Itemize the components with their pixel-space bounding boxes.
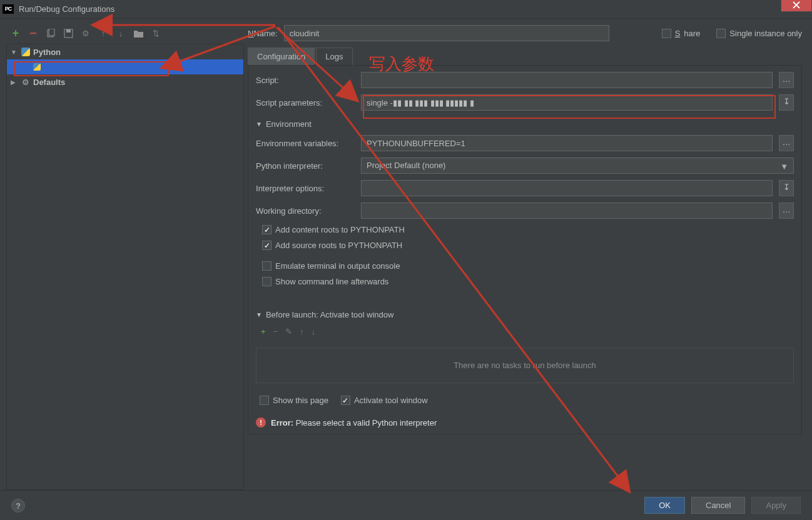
checkbox-icon [262,241,272,250]
tasks-empty: There are no tasks to run before launch [256,348,794,383]
row-env-vars: Environment variables: … [256,135,794,151]
folder-icon[interactable] [133,28,144,39]
error-row: ! Error: Please select a valid Python in… [256,411,794,428]
add-task-icon[interactable]: + [261,327,266,336]
move-down-icon[interactable]: ↓ [115,28,126,39]
interpreter-label: Python interpreter: [256,161,355,171]
activate-tool-window-checkbox[interactable]: Activate tool window [341,396,428,405]
name-label: NName: [248,29,278,38]
tree-label: Defaults [33,78,65,87]
env-vars-input[interactable] [361,135,773,151]
titlebar: PC Run/Debug Configurations [0,0,812,19]
sidebar: + − ⚙ ↑ ↓ ⇅ ▼ Python ▶ Defaul [6,25,244,490]
browse-script-button[interactable]: … [779,72,794,88]
single-instance-checkbox[interactable]: Single instance only [716,29,802,38]
row-workdir: Working directory: … [256,202,794,219]
row-script: Script: … [256,72,794,88]
move-up-icon[interactable]: ↑ [300,327,304,336]
checkbox-icon [262,277,272,286]
browse-env-button[interactable]: … [779,135,794,151]
add-config-icon[interactable]: + [10,28,21,39]
workdir-input[interactable] [361,202,773,219]
tree-node-selected[interactable] [7,59,243,74]
script-input[interactable] [361,72,773,88]
browse-workdir-button[interactable]: … [779,202,794,219]
checkbox-icon [260,396,269,405]
remove-task-icon[interactable]: − [273,327,278,336]
cancel-button[interactable]: Cancel [691,497,745,514]
dialog-footer: ? OK Cancel Apply [0,490,812,520]
interpreter-opts-label: Interpreter options: [256,184,355,193]
settings-icon[interactable]: ⚙ [80,28,91,39]
chevron-down-icon: ▼ [256,311,262,318]
svg-rect-3 [66,29,71,32]
tab-configuration[interactable]: Configuration [248,48,315,65]
add-source-roots-checkbox[interactable]: Add source roots to PYTHONPATH [262,241,794,250]
move-up-icon[interactable]: ↑ [98,28,109,39]
checkbox-icon [262,225,272,234]
svg-rect-1 [49,29,54,36]
chevron-down-icon: ▼ [256,121,262,128]
expand-icon[interactable]: ⇅ [150,28,161,39]
script-icon [32,62,42,72]
expand-opts-button[interactable]: ↧ [779,180,794,196]
name-input[interactable] [284,25,609,41]
checkbox-icon [341,396,350,405]
close-button[interactable] [781,0,812,12]
tab-logs[interactable]: Logs [316,48,352,65]
apply-button[interactable]: Apply [751,497,801,514]
app-icon: PC [3,4,14,14]
remove-config-icon[interactable]: − [28,28,39,39]
move-down-icon[interactable]: ↓ [312,327,316,336]
chevron-down-icon: ▼ [780,162,788,171]
script-params-input[interactable] [361,94,773,111]
tree-node-python[interactable]: ▼ Python [7,44,243,59]
env-vars-label: Environment variables: [256,139,355,148]
share-checkbox[interactable]: Share [662,29,701,38]
script-label: Script: [256,76,355,85]
add-content-roots-checkbox[interactable]: Add content roots to PYTHONPATH [262,225,794,234]
close-icon [793,1,800,9]
window-title: Run/Debug Configurations [19,4,114,14]
emulate-terminal-checkbox[interactable]: Emulate terminal in output console [262,261,794,271]
tabs: Configuration Logs [248,48,802,66]
configuration-form: Script: … Script parameters: ↧ ▼Environm… [248,66,802,434]
main-panel: NName: Share Single instance only Config… [248,25,806,490]
ok-button[interactable]: OK [644,497,685,514]
before-launch-header[interactable]: ▼Before launch: Activate tool window [256,310,794,319]
config-toolbar: + − ⚙ ↑ ↓ ⇅ [6,25,244,44]
checkbox-icon [262,261,272,271]
error-icon: ! [256,418,266,428]
defaults-icon [21,77,31,87]
python-icon [21,47,31,57]
before-launch-toolbar: + − ✎ ↑ ↓ [256,326,794,339]
show-cmdline-checkbox[interactable]: Show command line afterwards [262,277,794,286]
checkbox-icon [662,29,671,38]
show-this-page-checkbox[interactable]: Show this page [260,396,328,405]
interpreter-opts-input[interactable] [361,180,773,196]
chevron-down-icon: ▼ [11,49,18,56]
config-tree[interactable]: ▼ Python ▶ Defaults [6,44,244,490]
row-interpreter-opts: Interpreter options: ↧ [256,180,794,196]
tree-node-defaults[interactable]: ▶ Defaults [7,74,243,89]
chevron-right-icon: ▶ [11,79,18,86]
tree-label: Python [33,48,61,57]
help-button[interactable]: ? [11,499,25,512]
env-section-header[interactable]: ▼Environment [256,119,794,129]
expand-params-button[interactable]: ↧ [779,94,794,111]
checkbox-icon [716,29,726,38]
script-params-label: Script parameters: [256,98,355,108]
edit-task-icon[interactable]: ✎ [285,327,292,336]
workdir-label: Working directory: [256,206,355,216]
copy-config-icon[interactable] [45,28,56,39]
row-interpreter: Python interpreter: Project Default (non… [256,158,794,174]
name-row: NName: Share Single instance only [248,25,802,48]
save-config-icon[interactable] [63,28,74,39]
interpreter-select[interactable]: Project Default (none)▼ [361,158,794,174]
row-script-params: Script parameters: ↧ [256,94,794,111]
